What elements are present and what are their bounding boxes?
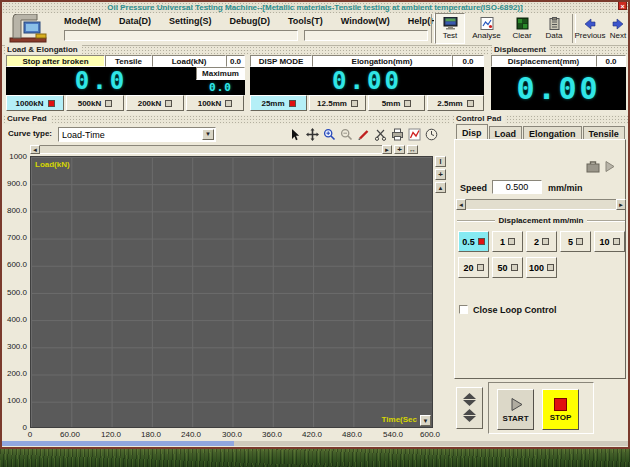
fit-all-icon[interactable]: + <box>435 169 446 180</box>
speed-label: Speed <box>460 183 487 193</box>
tab-disp[interactable]: Disp <box>456 124 488 140</box>
menu-items: Mode(M) Data(D) Setting(S) Debug(D) Tool… <box>64 16 440 26</box>
y-tick: 600.0 <box>0 260 27 269</box>
analyse-button[interactable]: Analyse <box>468 13 505 44</box>
speed-button-5[interactable]: 5 <box>560 231 591 252</box>
stop-button[interactable]: STOP <box>542 389 579 430</box>
fit-vertical-icon[interactable]: I <box>435 156 446 167</box>
cursor-icon[interactable] <box>288 128 303 142</box>
range-button-200kn[interactable]: 200kN <box>126 95 184 111</box>
tab-load[interactable]: Load <box>489 126 523 140</box>
fit-horizontal-icon[interactable]: ↔ <box>407 145 418 154</box>
jog-button[interactable] <box>456 387 483 429</box>
menu-item-debug[interactable]: Debug(D) <box>230 16 271 26</box>
menu-item-data[interactable]: Data(D) <box>119 16 151 26</box>
elongation-display: 0.00 <box>250 67 484 95</box>
curve-pad-group-title: Curve Pad <box>5 114 51 123</box>
range-button-5mm[interactable]: 5mm <box>368 95 425 111</box>
plot-area[interactable]: Load(kN) Time(Sec ▼ <box>30 156 433 428</box>
control-pad-tabs: Disp Load Elongation Tensile <box>456 126 625 140</box>
displacement-speed-section: Displacement mm/min <box>457 216 625 225</box>
menu-status-field <box>64 30 298 41</box>
x-tick: 300.0 <box>214 430 250 439</box>
scroll-right-icon[interactable]: ► <box>382 145 392 154</box>
close-loop-label: Close Loop Control <box>473 305 557 315</box>
range-button-2-5mm[interactable]: 2.5mm <box>427 95 484 111</box>
tab-tensile[interactable]: Tensile <box>583 126 625 140</box>
menu-item-mode[interactable]: Mode(M) <box>64 16 101 26</box>
load-display: 0.0 <box>6 67 196 95</box>
curve-type-label: Curve type: <box>8 129 52 138</box>
start-stop-panel: START STOP <box>488 382 594 434</box>
next-arrow-icon <box>611 18 625 30</box>
elongation-header: Elongation(mm) <box>312 55 452 67</box>
clock-icon[interactable] <box>424 128 439 142</box>
menu-item-setting[interactable]: Setting(S) <box>169 16 212 26</box>
x-tick: 420.0 <box>294 430 330 439</box>
test-monitor-icon <box>443 17 458 30</box>
speed-button-1[interactable]: 1 <box>492 231 523 252</box>
speed-scroll-left-icon[interactable]: ◄ <box>456 199 466 210</box>
play-icon <box>604 160 616 173</box>
control-pad-group-title: Control Pad <box>454 114 505 123</box>
range-led-icon <box>105 100 112 107</box>
speed-led-icon <box>542 238 549 245</box>
curve-toolbar <box>288 127 439 142</box>
speed-led-icon <box>477 264 484 271</box>
y-tick: 200.0 <box>0 369 27 378</box>
desktop-wallpaper <box>0 447 630 467</box>
pen-icon[interactable] <box>356 128 371 142</box>
jog-updown-icon <box>462 393 477 423</box>
speed-button-50[interactable]: 50 <box>492 257 523 278</box>
fit-cross-icon[interactable]: + <box>394 145 405 154</box>
menu-item-window[interactable]: Window(W) <box>341 16 390 26</box>
range-button-12-5mm[interactable]: 12.5mm <box>309 95 366 111</box>
speed-button-20[interactable]: 20 <box>458 257 489 278</box>
menu-item-tools[interactable]: Tools(T) <box>288 16 323 26</box>
range-button-500kn[interactable]: 500kN <box>66 95 124 111</box>
data-button[interactable]: Data <box>539 13 569 44</box>
window-title: Oil Pressure Universal Testing Machine--… <box>107 3 522 12</box>
chart-h-scrollbar[interactable] <box>30 145 392 154</box>
start-triangle-icon <box>508 397 524 412</box>
next-button[interactable]: Next <box>606 13 630 44</box>
clear-button[interactable]: Clear <box>507 13 537 44</box>
range-button-1000kn[interactable]: 1000kN <box>6 95 64 111</box>
stop-mode-badge: Stop after broken <box>6 55 105 67</box>
pan-icon[interactable] <box>305 128 320 142</box>
speed-button-0-5[interactable]: 0.5 <box>458 231 489 252</box>
curve-icon[interactable] <box>407 128 422 142</box>
test-type-label: Tensile <box>105 55 152 67</box>
x-tick: 600.0 <box>412 430 448 439</box>
test-button[interactable]: Test <box>435 13 465 44</box>
scroll-left-icon[interactable]: ◄ <box>30 145 40 154</box>
chevron-down-icon[interactable]: ▼ <box>202 129 214 140</box>
zoom-in-icon[interactable] <box>322 128 337 142</box>
start-button[interactable]: START <box>497 389 534 430</box>
speed-button-100[interactable]: 100 <box>526 257 557 278</box>
curve-type-select[interactable]: Load-Time ▼ <box>58 127 216 142</box>
plot-dropdown-icon[interactable]: ▼ <box>420 415 431 426</box>
speed-scroll-right-icon[interactable]: ► <box>616 199 626 210</box>
speed-button-10[interactable]: 10 <box>594 231 625 252</box>
plot-y-axis-label: Load(kN) <box>35 160 70 169</box>
analyse-icon <box>480 17 494 30</box>
data-clipboard-icon <box>548 17 561 30</box>
scissors-icon[interactable] <box>373 128 388 142</box>
speed-scrollbar[interactable] <box>456 199 626 210</box>
print-icon[interactable] <box>390 128 405 142</box>
close-button[interactable]: × <box>618 1 627 10</box>
scroll-up-icon[interactable]: ▲ <box>435 182 446 193</box>
speed-input[interactable] <box>492 180 542 194</box>
zoom-out-icon[interactable] <box>339 128 354 142</box>
x-tick: 480.0 <box>334 430 370 439</box>
tab-elongation[interactable]: Elongation <box>523 126 582 140</box>
range-led-icon <box>165 100 172 107</box>
range-button-100kn[interactable]: 100kN <box>186 95 244 111</box>
clear-icon <box>516 17 529 30</box>
range-button-25mm[interactable]: 25mm <box>250 95 307 111</box>
previous-button[interactable]: Previous <box>575 13 605 44</box>
speed-button-2[interactable]: 2 <box>526 231 557 252</box>
close-loop-checkbox[interactable] <box>459 305 468 314</box>
maximum-label: Maximum <box>196 67 245 80</box>
